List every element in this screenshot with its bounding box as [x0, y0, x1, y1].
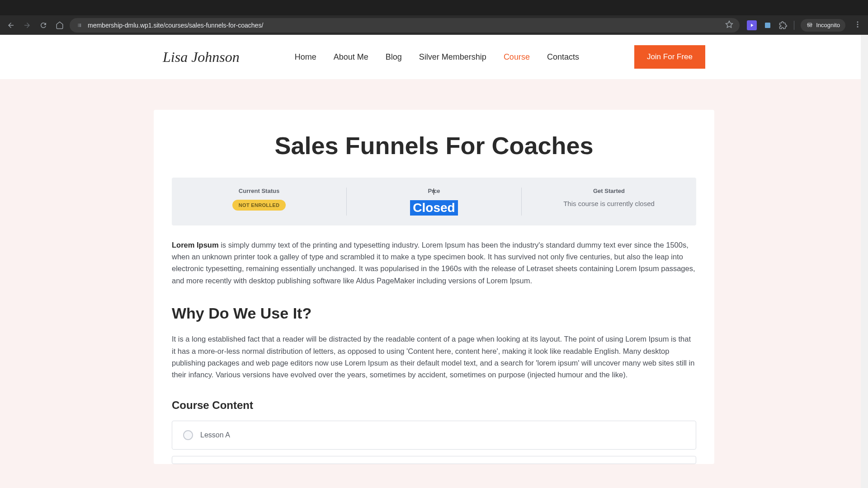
extension-icon-1[interactable]	[747, 20, 757, 30]
back-button[interactable]	[5, 19, 17, 32]
bookmark-icon[interactable]	[725, 20, 733, 30]
intro-paragraph: Lorem Ipsum is simply dummy text of the …	[172, 239, 696, 287]
page-title: Sales Funnels For Coaches	[172, 131, 696, 160]
why-paragraph: It is a long established fact that a rea…	[172, 333, 696, 381]
lesson-item[interactable]: Lesson A	[172, 421, 696, 450]
svg-point-5	[857, 23, 859, 25]
svg-point-4	[857, 21, 859, 23]
url-text: membership-dmlu.wp1.site/courses/sales-f…	[88, 22, 721, 29]
nav-item-course[interactable]: Course	[504, 52, 530, 62]
main-nav: HomeAbout MeBlogSilver MembershipCourseC…	[295, 52, 579, 62]
extensions-icon[interactable]	[778, 21, 788, 30]
scrollbar[interactable]	[861, 35, 868, 488]
enrollment-badge: NOT ENROLLED	[232, 200, 286, 211]
extension-icon-2[interactable]	[763, 21, 772, 30]
site-logo[interactable]: Lisa Johnson	[163, 49, 240, 66]
intro-rest: is simply dummy text of the printing and…	[172, 241, 695, 285]
address-bar[interactable]: membership-dmlu.wp1.site/courses/sales-f…	[70, 18, 740, 33]
nav-item-contacts[interactable]: Contacts	[547, 52, 579, 62]
course-card: Sales Funnels For Coaches Current Status…	[154, 110, 714, 464]
status-current-label: Current Status	[239, 188, 279, 194]
lesson-status-icon	[183, 430, 193, 440]
browser-toolbar: membership-dmlu.wp1.site/courses/sales-f…	[0, 15, 868, 35]
svg-rect-1	[765, 23, 770, 28]
status-col-current: Current Status NOT ENROLLED	[172, 188, 347, 216]
svg-point-6	[857, 26, 859, 27]
svg-marker-0	[726, 21, 733, 27]
nav-item-blog[interactable]: Blog	[386, 52, 402, 62]
reload-button[interactable]	[37, 19, 50, 32]
status-col-start: Get Started This course is currently clo…	[522, 188, 696, 216]
nav-item-silver-membership[interactable]: Silver Membership	[419, 52, 486, 62]
course-closed-message: This course is currently closed	[563, 200, 655, 207]
nav-item-home[interactable]: Home	[295, 52, 316, 62]
incognito-badge[interactable]: Incognito	[801, 19, 845, 32]
site-settings-icon[interactable]	[76, 22, 83, 29]
lesson-item-next[interactable]	[172, 456, 696, 464]
svg-point-2	[808, 25, 810, 27]
course-status-box: Current Status NOT ENROLLED Prce Closed …	[172, 178, 696, 225]
text-cursor-icon	[434, 188, 434, 195]
forward-button[interactable]	[21, 19, 33, 32]
nav-item-about-me[interactable]: About Me	[334, 52, 368, 62]
intro-bold: Lorem Ipsum	[172, 241, 219, 249]
price-value: Closed	[410, 200, 458, 216]
incognito-label: Incognito	[816, 22, 840, 28]
why-heading: Why Do We Use It?	[172, 305, 696, 322]
browser-menu-icon[interactable]	[852, 19, 863, 32]
lesson-name: Lesson A	[200, 431, 230, 439]
home-button[interactable]	[53, 19, 66, 32]
status-start-label: Get Started	[593, 188, 625, 194]
svg-point-3	[810, 25, 812, 27]
browser-tab-strip	[0, 0, 868, 15]
site-header: Lisa Johnson HomeAbout MeBlogSilver Memb…	[0, 35, 868, 79]
status-price-label: Prce	[428, 188, 440, 195]
status-col-price: Prce Closed	[347, 188, 522, 216]
course-content-heading: Course Content	[172, 399, 696, 412]
join-button[interactable]: Join For Free	[634, 45, 705, 69]
